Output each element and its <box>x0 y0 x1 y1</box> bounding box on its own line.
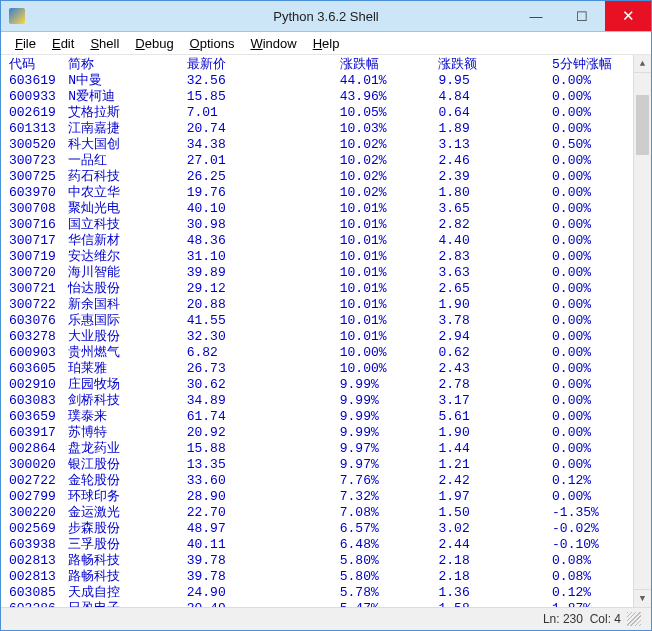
cell-c3: 9.97% <box>340 457 439 473</box>
header-c3: 涨跌幅 <box>340 57 439 73</box>
cell-c5: -1.35% <box>552 505 633 521</box>
cell-c5: 0.00% <box>552 89 633 105</box>
cell-c0: 300719 <box>9 249 68 265</box>
menu-options[interactable]: Options <box>182 34 243 53</box>
data-row: 600933N爱柯迪15.8543.96%4.840.00% <box>9 89 633 105</box>
cell-c3: 5.80% <box>340 553 439 569</box>
cell-c5: 0.00% <box>552 457 633 473</box>
menu-debug[interactable]: Debug <box>127 34 181 53</box>
data-row: 002864盘龙药业15.889.97%1.440.00% <box>9 441 633 457</box>
data-row: 300719安达维尔31.1010.01%2.830.00% <box>9 249 633 265</box>
cell-c2: 41.55 <box>187 313 340 329</box>
cell-c3: 10.05% <box>340 105 439 121</box>
menu-help[interactable]: Help <box>305 34 348 53</box>
data-row: 002813路畅科技39.785.80%2.180.08% <box>9 553 633 569</box>
menu-edit[interactable]: Edit <box>44 34 82 53</box>
data-row: 603917苏博特20.929.99%1.900.00% <box>9 425 633 441</box>
cell-c4: 1.36 <box>438 585 552 601</box>
vertical-scrollbar[interactable]: ▲ ▼ <box>633 55 651 607</box>
cell-c4: 5.61 <box>438 409 552 425</box>
cell-c5: 0.00% <box>552 345 633 361</box>
cell-c0: 603970 <box>9 185 68 201</box>
cell-c3: 9.99% <box>340 377 439 393</box>
cell-c2: 32.56 <box>187 73 340 89</box>
cell-c0: 603278 <box>9 329 68 345</box>
cell-c1: 中农立华 <box>68 185 186 201</box>
cell-c4: 2.83 <box>438 249 552 265</box>
cell-c3: 9.97% <box>340 441 439 457</box>
cell-c3: 5.78% <box>340 585 439 601</box>
cell-c0: 002569 <box>9 521 68 537</box>
cell-c2: 48.97 <box>187 521 340 537</box>
close-button[interactable]: ✕ <box>605 1 651 31</box>
cell-c1: 剑桥科技 <box>68 393 186 409</box>
cell-c2: 6.82 <box>187 345 340 361</box>
cell-c5: 0.00% <box>552 313 633 329</box>
scrollbar-thumb[interactable] <box>636 95 649 155</box>
cell-c5: -0.10% <box>552 537 633 553</box>
cell-c0: 300722 <box>9 297 68 313</box>
cell-c2: 20.88 <box>187 297 340 313</box>
cell-c5: -0.02% <box>552 521 633 537</box>
cell-c2: 34.38 <box>187 137 340 153</box>
cell-c2: 13.35 <box>187 457 340 473</box>
cell-c4: 1.90 <box>438 425 552 441</box>
cell-c1: 步森股份 <box>68 521 186 537</box>
cell-c0: 300708 <box>9 201 68 217</box>
cell-c0: 600903 <box>9 345 68 361</box>
resize-grip-icon[interactable] <box>627 612 641 626</box>
cell-c3: 6.48% <box>340 537 439 553</box>
cell-c2: 15.88 <box>187 441 340 457</box>
cell-c5: 0.08% <box>552 569 633 585</box>
cell-c3: 10.01% <box>340 313 439 329</box>
cell-c4: 1.21 <box>438 457 552 473</box>
cell-c5: 0.00% <box>552 185 633 201</box>
cell-c4: 3.17 <box>438 393 552 409</box>
scroll-up-button[interactable]: ▲ <box>634 55 651 73</box>
cell-c5: 0.00% <box>552 169 633 185</box>
cell-c5: 0.00% <box>552 217 633 233</box>
cell-c3: 9.99% <box>340 425 439 441</box>
cell-c3: 10.02% <box>340 137 439 153</box>
minimize-button[interactable]: — <box>513 1 559 31</box>
data-row: 002619艾格拉斯7.0110.05%0.640.00% <box>9 105 633 121</box>
cell-c5: 0.00% <box>552 441 633 457</box>
cell-c4: 2.65 <box>438 281 552 297</box>
data-row: 603278大业股份32.3010.01%2.940.00% <box>9 329 633 345</box>
cell-c3: 10.01% <box>340 201 439 217</box>
shell-output[interactable]: 代码简称最新价涨跌幅涨跌额5分钟涨幅603619N中曼32.5644.01%9.… <box>1 55 633 607</box>
cell-c2: 31.10 <box>187 249 340 265</box>
titlebar[interactable]: Python 3.6.2 Shell — ☐ ✕ <box>1 1 651 32</box>
cell-c2: 39.89 <box>187 265 340 281</box>
cell-c1: 环球印务 <box>68 489 186 505</box>
cell-c3: 10.02% <box>340 185 439 201</box>
cell-c0: 300720 <box>9 265 68 281</box>
data-row: 300722新余国科20.8810.01%1.900.00% <box>9 297 633 313</box>
data-row: 300720海川智能39.8910.01%3.630.00% <box>9 265 633 281</box>
cell-c2: 24.90 <box>187 585 340 601</box>
cell-c4: 2.94 <box>438 329 552 345</box>
cell-c1: 海川智能 <box>68 265 186 281</box>
cell-c2: 27.01 <box>187 153 340 169</box>
cell-c2: 48.36 <box>187 233 340 249</box>
menu-shell[interactable]: Shell <box>82 34 127 53</box>
menu-file[interactable]: File <box>7 34 44 53</box>
cell-c4: 3.02 <box>438 521 552 537</box>
cell-c0: 300717 <box>9 233 68 249</box>
cell-c1: 大业股份 <box>68 329 186 345</box>
maximize-button[interactable]: ☐ <box>559 1 605 31</box>
cell-c4: 2.18 <box>438 569 552 585</box>
data-row: 300520科大国创34.3810.02%3.130.50% <box>9 137 633 153</box>
cell-c4: 1.50 <box>438 505 552 521</box>
header-c1: 简称 <box>68 57 186 73</box>
data-row: 603083剑桥科技34.899.99%3.170.00% <box>9 393 633 409</box>
cell-c5: 0.00% <box>552 281 633 297</box>
cell-c3: 10.01% <box>340 249 439 265</box>
scroll-down-button[interactable]: ▼ <box>634 589 651 607</box>
cell-c5: 0.00% <box>552 489 633 505</box>
cell-c1: 乐惠国际 <box>68 313 186 329</box>
menu-window[interactable]: Window <box>242 34 304 53</box>
cell-c3: 9.99% <box>340 393 439 409</box>
cell-c2: 26.73 <box>187 361 340 377</box>
cell-c4: 3.78 <box>438 313 552 329</box>
